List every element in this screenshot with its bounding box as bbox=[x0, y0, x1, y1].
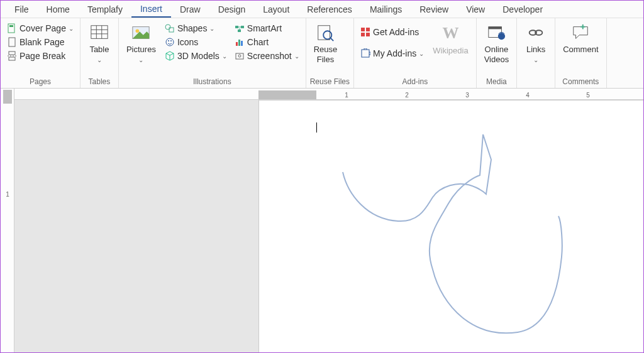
table-button[interactable]: Table⌄ bbox=[84, 22, 114, 65]
svg-point-12 bbox=[136, 29, 140, 33]
get-addins-button[interactable]: Get Add-ins bbox=[358, 26, 426, 38]
blank-page-icon bbox=[7, 37, 17, 47]
comment-label: Comment bbox=[563, 45, 598, 55]
group-illustrations: Pictures⌄ Shapes ⌄ Icons 3D Models ⌄ bbox=[119, 18, 306, 88]
hruler-mark: 5 bbox=[558, 92, 618, 99]
chevron-down-icon: ⌄ bbox=[97, 57, 102, 63]
shapes-icon bbox=[165, 23, 175, 33]
links-label: Links bbox=[526, 45, 545, 54]
svg-rect-6 bbox=[91, 26, 108, 39]
tab-home[interactable]: Home bbox=[38, 2, 79, 17]
svg-rect-22 bbox=[238, 40, 240, 46]
hruler-mark: 4 bbox=[497, 92, 558, 99]
chart-button[interactable]: Chart bbox=[232, 36, 302, 48]
group-links-label bbox=[521, 85, 551, 88]
svg-rect-23 bbox=[241, 41, 243, 46]
svg-rect-33 bbox=[362, 50, 369, 57]
svg-rect-19 bbox=[241, 26, 244, 28]
shapes-button[interactable]: Shapes ⌄ bbox=[162, 22, 230, 35]
svg-point-17 bbox=[170, 40, 172, 41]
svg-rect-29 bbox=[361, 28, 365, 31]
shapes-label: Shapes bbox=[177, 23, 207, 33]
svg-rect-31 bbox=[361, 33, 365, 36]
tab-layout[interactable]: Layout bbox=[254, 2, 298, 17]
chevron-down-icon: ⌄ bbox=[138, 57, 143, 63]
table-label: Table bbox=[89, 45, 109, 54]
tab-developer[interactable]: Developer bbox=[494, 2, 552, 17]
svg-rect-21 bbox=[236, 42, 238, 46]
links-icon bbox=[526, 23, 545, 42]
comment-button[interactable]: Comment bbox=[559, 22, 602, 56]
pictures-button[interactable]: Pictures⌄ bbox=[123, 22, 160, 65]
tab-draw[interactable]: Draw bbox=[171, 2, 209, 17]
page-break-button[interactable]: Page Break bbox=[4, 50, 76, 62]
tab-insert[interactable]: Insert bbox=[131, 1, 171, 18]
icons-button[interactable]: Icons bbox=[162, 36, 230, 48]
pictures-icon bbox=[131, 23, 150, 42]
tab-mailings[interactable]: Mailings bbox=[361, 2, 411, 17]
tab-review[interactable]: Review bbox=[411, 2, 457, 17]
smartart-button[interactable]: SmartArt bbox=[232, 22, 302, 35]
group-pages: Cover Page ⌄ Blank Page Page Break Pages bbox=[1, 18, 80, 88]
tab-file[interactable]: File bbox=[6, 2, 38, 17]
svg-rect-30 bbox=[366, 28, 370, 31]
chevron-down-icon: ⌄ bbox=[533, 57, 538, 63]
blank-page-label: Blank Page bbox=[19, 37, 65, 47]
tab-design[interactable]: Design bbox=[209, 2, 255, 17]
links-button[interactable]: Links⌄ bbox=[521, 22, 551, 65]
vertical-ruler[interactable]: 1 bbox=[1, 89, 14, 353]
cover-page-icon bbox=[7, 23, 17, 33]
group-reuse-files: Reuse Files Reuse Files bbox=[306, 18, 354, 88]
svg-point-16 bbox=[168, 40, 169, 41]
chevron-down-icon: ⌄ bbox=[294, 53, 299, 60]
svg-rect-18 bbox=[235, 26, 238, 28]
cover-page-button[interactable]: Cover Page ⌄ bbox=[4, 22, 76, 35]
group-illustrations-label: Illustrations bbox=[123, 76, 302, 88]
group-comments: Comment Comments bbox=[555, 18, 606, 88]
hruler-mark: 2 bbox=[377, 92, 437, 99]
svg-rect-3 bbox=[9, 52, 15, 55]
online-videos-label: Online Videos bbox=[484, 45, 509, 64]
svg-rect-4 bbox=[9, 57, 15, 60]
ribbon-tabs: File Home Templafy Insert Draw Design La… bbox=[1, 1, 643, 18]
svg-rect-24 bbox=[236, 53, 243, 59]
chevron-down-icon: ⌄ bbox=[222, 53, 227, 60]
svg-point-36 bbox=[498, 33, 505, 40]
get-addins-icon bbox=[360, 27, 370, 37]
smartart-icon bbox=[235, 23, 245, 33]
svg-line-28 bbox=[331, 38, 334, 41]
screenshot-button[interactable]: Screenshot ⌄ bbox=[232, 50, 302, 62]
workspace: 1 1 2 3 4 5 bbox=[1, 89, 643, 353]
group-tables: Table⌄ Tables bbox=[80, 18, 119, 88]
group-addins-label: Add-ins bbox=[358, 76, 472, 88]
cover-page-label: Cover Page bbox=[19, 23, 66, 33]
tab-templafy[interactable]: Templafy bbox=[79, 2, 131, 17]
page-break-icon bbox=[7, 51, 17, 61]
document-canvas[interactable] bbox=[14, 100, 643, 353]
screenshot-icon bbox=[235, 51, 245, 61]
svg-rect-35 bbox=[489, 27, 502, 30]
table-icon bbox=[90, 23, 109, 42]
blank-page-button[interactable]: Blank Page bbox=[4, 36, 76, 48]
reuse-files-label: Reuse Files bbox=[314, 45, 338, 64]
svg-rect-2 bbox=[9, 38, 15, 46]
online-videos-button[interactable]: Online Videos bbox=[480, 22, 513, 65]
reuse-files-button[interactable]: Reuse Files bbox=[310, 22, 341, 65]
screenshot-label: Screenshot bbox=[247, 51, 292, 61]
ribbon: Cover Page ⌄ Blank Page Page Break Pages… bbox=[1, 18, 643, 89]
chevron-down-icon: ⌄ bbox=[69, 25, 74, 32]
chevron-down-icon: ⌄ bbox=[419, 50, 424, 57]
my-addins-label: My Add-ins bbox=[373, 48, 416, 58]
horizontal-ruler[interactable]: 1 2 3 4 5 bbox=[14, 89, 643, 100]
my-addins-button[interactable]: My Add-ins ⌄ bbox=[358, 47, 426, 60]
comment-icon bbox=[571, 23, 590, 42]
tab-view[interactable]: View bbox=[457, 2, 494, 17]
icons-icon bbox=[165, 37, 175, 47]
vruler-mark: 1 bbox=[3, 164, 12, 224]
svg-point-15 bbox=[166, 38, 174, 46]
3d-models-button[interactable]: 3D Models ⌄ bbox=[162, 50, 230, 62]
svg-point-13 bbox=[165, 24, 170, 30]
wikipedia-button[interactable]: W Wikipedia bbox=[429, 22, 472, 57]
tab-references[interactable]: References bbox=[298, 2, 361, 17]
wikipedia-label: Wikipedia bbox=[433, 46, 468, 56]
